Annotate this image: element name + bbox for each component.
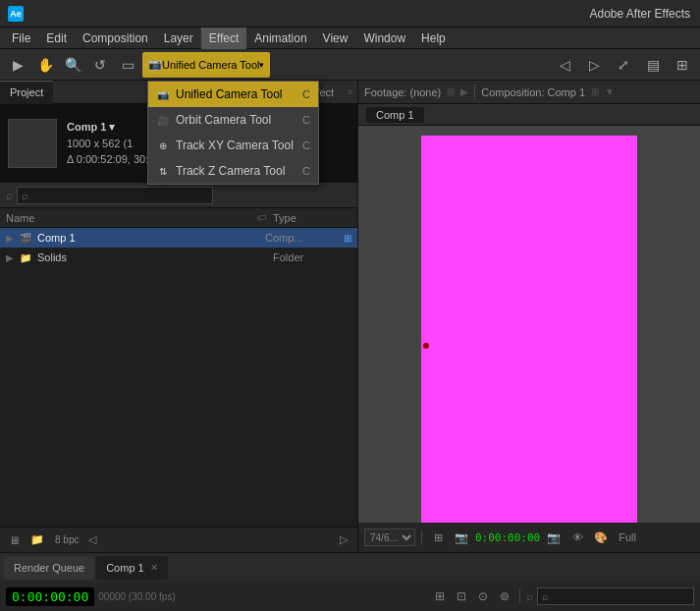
menu-animation[interactable]: Animation xyxy=(246,28,314,49)
color-icon[interactable]: 🎨 xyxy=(591,528,611,547)
menu-layer[interactable]: Layer xyxy=(156,28,201,49)
zoom-tool[interactable]: 🔍 xyxy=(60,52,85,78)
search-input[interactable] xyxy=(17,187,213,204)
bit-depth: 8 bpc xyxy=(55,534,79,545)
project-item-comp1[interactable]: ▶ 🎬 Comp 1 Comp... ⊞ xyxy=(0,228,357,248)
comp-dot xyxy=(423,343,429,349)
camera-small-icon[interactable]: 📷 xyxy=(544,528,564,547)
zoom-select[interactable]: 74/6... xyxy=(364,528,415,546)
status-icon4[interactable]: ⊚ xyxy=(496,587,513,605)
dropdown-trackxy-camera[interactable]: ⊕ Track XY Camera Tool C xyxy=(148,133,318,158)
comp1-name: Comp 1 xyxy=(37,232,265,244)
project-item-solids[interactable]: ▶ 📁 Solids Folder xyxy=(0,248,357,267)
timecode-display: 0:00:00:00 xyxy=(475,531,540,544)
trackz-camera-icon: ⇅ xyxy=(156,164,170,178)
app-title: Adobe After Effects xyxy=(589,7,690,21)
footage-icon2: ▶ xyxy=(460,86,468,97)
header-divider xyxy=(474,84,475,100)
comp-viewport[interactable] xyxy=(358,126,700,523)
hand-tool[interactable]: ✋ xyxy=(32,52,58,78)
unified-camera-shortcut: C xyxy=(302,88,310,100)
menu-view[interactable]: View xyxy=(315,28,356,49)
trackz-camera-shortcut: C xyxy=(302,165,310,177)
right-status-bar: 74/6... ⊞ 📷 0:00:00:00 📷 👁 🎨 Full xyxy=(358,523,700,552)
footer-tabs-row: Render Queue Comp 1 ✕ xyxy=(0,552,700,582)
comp1-tab-label: Comp 1 xyxy=(106,562,144,574)
right-panel-header: Footage: (none) ⊞ ▶ Composition: Comp 1 … xyxy=(358,81,700,104)
composition-label: Composition: Comp 1 xyxy=(481,86,585,98)
comp1-type: Comp... xyxy=(265,232,344,244)
solids-type: Folder xyxy=(273,251,351,263)
comp-header-icon1: ⊞ xyxy=(591,86,599,97)
time-display: 0:00:00:00 xyxy=(6,587,94,606)
bottom-search-input[interactable] xyxy=(537,587,694,605)
camera-tool-dropdown: 📷 Unified Camera Tool C 🎥 Orbit Camera T… xyxy=(147,81,319,185)
rotate-tool[interactable]: ↺ xyxy=(87,52,113,78)
comp1-tab-close[interactable]: ✕ xyxy=(150,562,158,573)
list-header-type: Type xyxy=(273,212,351,224)
left-panel-bottom: 🖥 📁 8 bpc ◁ ▷ xyxy=(0,527,357,552)
tool-right-5[interactable]: ⊞ xyxy=(670,52,695,78)
trackxy-camera-shortcut: C xyxy=(302,139,310,151)
footage-label: Footage: (none) xyxy=(364,86,441,98)
comp-tab[interactable]: Comp 1 xyxy=(366,107,424,123)
motion-icon[interactable]: 👁 xyxy=(567,528,587,547)
search-bar: ⌕ xyxy=(0,183,357,208)
orbit-camera-icon: 🎥 xyxy=(156,113,170,127)
left-bottom-icon3[interactable]: ◁ xyxy=(82,530,102,550)
status-icon3[interactable]: ⊙ xyxy=(474,587,492,605)
snapshot-icon[interactable]: 📷 xyxy=(452,528,471,547)
menu-composition[interactable]: Composition xyxy=(75,28,156,49)
footer: Render Queue Comp 1 ✕ 0:00:00:00 00000 (… xyxy=(0,552,700,611)
title-bar: Ae Adobe After Effects xyxy=(0,0,700,28)
camera-tool-btn[interactable]: 📷 Unified Camera Tool ▾ xyxy=(142,52,270,78)
resolution-icon[interactable]: ⊞ xyxy=(428,528,448,547)
shape-tool[interactable]: ▭ xyxy=(115,52,140,78)
trackz-camera-label: Track Z Camera Tool xyxy=(176,164,285,178)
main-area: Project Effect ≡ Comp 1 ▾ 1000 x 562 (1 … xyxy=(0,81,700,552)
dropdown-unified-camera[interactable]: 📷 Unified Camera Tool C xyxy=(148,82,318,107)
left-bottom-icon1[interactable]: 🖥 xyxy=(4,530,24,550)
tool-right-4[interactable]: ▤ xyxy=(640,52,666,78)
dropdown-trackz-camera[interactable]: ⇅ Track Z Camera Tool C xyxy=(148,158,318,184)
folder-icon: 📁 xyxy=(18,250,33,265)
menu-help[interactable]: Help xyxy=(413,28,454,49)
toolbar: ▶ ✋ 🔍 ↺ ▭ 📷 Unified Camera Tool ▾ 📷 Unif… xyxy=(0,49,700,81)
footage-icon1: ⊞ xyxy=(447,86,455,97)
trackxy-camera-icon: ⊕ xyxy=(156,139,170,152)
tab-comp1[interactable]: Comp 1 ✕ xyxy=(96,556,168,580)
list-header-name: Name xyxy=(6,212,257,224)
menu-edit[interactable]: Edit xyxy=(38,28,75,49)
tool-right-1[interactable]: ◁ xyxy=(552,52,577,78)
left-bottom-icon4[interactable]: ▷ xyxy=(334,530,353,550)
tab-render-queue[interactable]: Render Queue xyxy=(4,556,94,580)
status-icon1[interactable]: ⊞ xyxy=(431,587,449,605)
menu-window[interactable]: Window xyxy=(355,28,413,49)
quality-label: Full xyxy=(619,531,636,543)
bottom-search-icon: ⌕ xyxy=(526,589,533,603)
panel-menu-icon[interactable]: ≡ xyxy=(344,86,357,97)
selection-tool[interactable]: ▶ xyxy=(5,52,30,78)
list-header: Name 🏷 Type xyxy=(0,208,357,228)
left-bottom-icon2[interactable]: 📁 xyxy=(27,530,47,550)
tool-right-2[interactable]: ▷ xyxy=(581,52,607,78)
menu-effect[interactable]: Effect xyxy=(201,28,246,49)
unified-camera-label: Unified Camera Tool xyxy=(176,87,283,101)
tab-project[interactable]: Project xyxy=(0,81,53,104)
solids-name: Solids xyxy=(37,251,273,263)
footer-divider xyxy=(519,588,520,604)
orbit-camera-label: Orbit Camera Tool xyxy=(176,113,271,127)
status-icons: ⊞ ⊡ ⊙ ⊚ xyxy=(431,587,513,605)
tool-right-3[interactable]: ⤢ xyxy=(611,52,636,78)
list-tag-icon: 🏷 xyxy=(257,212,267,223)
menu-bar: File Edit Composition Layer Effect Anima… xyxy=(0,28,700,49)
comp-tab-row: Comp 1 xyxy=(358,104,700,126)
search-icon: ⌕ xyxy=(6,189,13,202)
status-divider1 xyxy=(421,529,422,545)
comp-canvas xyxy=(421,136,637,523)
dropdown-orbit-camera[interactable]: 🎥 Orbit Camera Tool C xyxy=(148,107,318,133)
comp-thumbnail xyxy=(8,119,57,168)
status-icon2[interactable]: ⊡ xyxy=(453,587,470,605)
comp-icon: 🎬 xyxy=(18,230,33,246)
menu-file[interactable]: File xyxy=(4,28,38,49)
